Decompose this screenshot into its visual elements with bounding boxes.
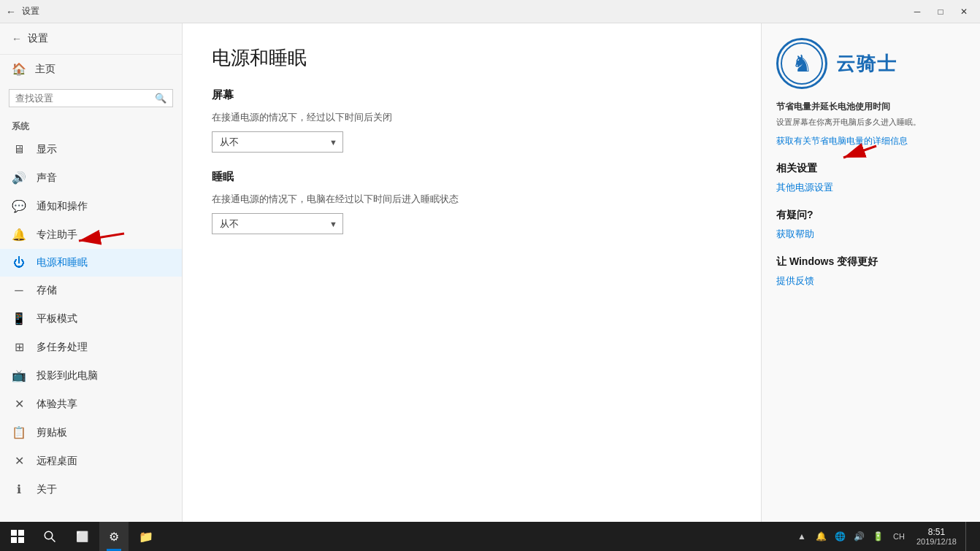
screen-dropdown[interactable]: 从不 1 分钟 2 分钟 5 分钟 10 分钟 15 分钟 20 分钟 25 分…: [212, 131, 343, 153]
content-area: 电源和睡眠 屏幕 在接通电源的情况下，经过以下时间后关闭 从不 1 分钟 2 分…: [183, 23, 761, 551]
search-icon[interactable]: 🔍: [155, 93, 166, 104]
logo-area: ♞ 云骑士: [776, 38, 965, 89]
sidebar-item-label: 电源和睡眠: [37, 256, 88, 269]
page-title: 电源和睡眠: [212, 45, 732, 71]
back-icon: ←: [12, 33, 22, 45]
sidebar-item-power[interactable]: ⏻ 电源和睡眠: [0, 249, 182, 277]
improve-title: 让 Windows 变得更好: [776, 255, 965, 269]
taskbar-clock[interactable]: 8:51 2019/12/18: [912, 522, 961, 551]
close-button[interactable]: ✕: [954, 4, 974, 20]
taskbar-right: ▲ 🔔 🌐 🔊 🔋 CH 8:51 2019/12/18: [794, 522, 977, 551]
sleep-section: 睡眠 在接通电源的情况下，电脑在经过以下时间后进入睡眠状态 从不 1 分钟 2 …: [212, 170, 732, 234]
cortana-taskbar-icon[interactable]: ⬜: [67, 522, 96, 551]
settings-taskbar-icon[interactable]: ⚙: [99, 522, 129, 551]
feedback-link[interactable]: 提供反馈: [776, 274, 965, 288]
search-taskbar-icon[interactable]: [35, 522, 64, 551]
sidebar-item-sound[interactable]: 🔊 声音: [0, 163, 182, 192]
sidebar-home-label: 主页: [35, 63, 55, 76]
sidebar-item-label: 体验共享: [37, 398, 77, 411]
screen-dropdown-wrap: 从不 1 分钟 2 分钟 5 分钟 10 分钟 15 分钟 20 分钟 25 分…: [212, 131, 343, 153]
svg-text:♞: ♞: [792, 50, 813, 77]
sidebar-item-clipboard[interactable]: 📋 剪贴板: [0, 418, 182, 447]
other-power-settings-link[interactable]: 其他电源设置: [776, 181, 965, 194]
tablet-icon: 📱: [12, 312, 26, 325]
sidebar-item-tablet[interactable]: 📱 平板模式: [0, 304, 182, 333]
sidebar-home-item[interactable]: 🏠 主页: [0, 55, 182, 83]
svg-rect-9: [18, 537, 24, 543]
share-icon: ✕: [12, 397, 26, 411]
power-icon: ⏻: [12, 256, 26, 269]
back-arrow-icon[interactable]: ←: [6, 6, 16, 18]
sidebar-item-notifications[interactable]: 💬 通知和操作: [0, 192, 182, 220]
title-bar-controls: ─ □ ✕: [907, 4, 974, 20]
sidebar-item-label: 平板模式: [37, 312, 77, 325]
search-input[interactable]: [15, 93, 155, 104]
sidebar-item-share[interactable]: ✕ 体验共享: [0, 390, 182, 418]
get-help-link[interactable]: 获取帮助: [776, 228, 965, 241]
storage-icon: ─: [12, 284, 26, 297]
sidebar-back-label: 设置: [28, 32, 48, 45]
detail-link[interactable]: 获取有关节省电脑电量的详细信息: [776, 136, 908, 146]
svg-rect-8: [11, 537, 17, 543]
sidebar-item-display[interactable]: 🖥 显示: [0, 136, 182, 163]
sidebar-section-label: 系统: [0, 113, 182, 136]
lang-indicator: CH: [890, 532, 908, 541]
window-title: 设置: [22, 5, 39, 18]
taskbar: ⬜ ⚙ 📁 ▲ 🔔 🌐 🔊 🔋 CH 8:51 2019/12/18: [0, 522, 980, 551]
sidebar-item-label: 关于: [37, 483, 57, 496]
search-box: 🔍: [9, 89, 173, 107]
minimize-button[interactable]: ─: [907, 4, 927, 20]
logo-desc: 设置屏幕在你离开电脑后多久进入睡眠。: [776, 116, 965, 129]
sidebar-item-focus[interactable]: 🔔 专注助手: [0, 220, 182, 249]
sidebar-item-label: 通知和操作: [37, 200, 88, 213]
main-layout: ← 设置 🏠 主页 🔍 系统 🖥 显示 🔊 声音 💬: [0, 23, 980, 551]
help-title: 有疑问?: [776, 209, 965, 222]
tray-notification-icon[interactable]: 🔔: [813, 525, 829, 547]
screen-section-desc: 在接通电源的情况下，经过以下时间后关闭: [212, 111, 732, 124]
show-desktop-button[interactable]: [965, 522, 971, 551]
tray-battery-icon[interactable]: 🔋: [870, 525, 886, 547]
sidebar-item-label: 声音: [37, 172, 57, 185]
tray-expand-icon[interactable]: ▲: [794, 525, 810, 547]
multitask-icon: ⊞: [12, 340, 26, 354]
sidebar-item-label: 投影到此电脑: [37, 369, 98, 382]
sidebar: ← 设置 🏠 主页 🔍 系统 🖥 显示 🔊 声音 💬: [0, 23, 183, 551]
sidebar-item-multitask[interactable]: ⊞ 多任务处理: [0, 333, 182, 361]
home-icon: 🏠: [12, 62, 26, 76]
logo-knight-icon: ♞: [780, 42, 824, 85]
maximize-button[interactable]: □: [930, 4, 951, 20]
windows-logo-icon: [11, 530, 24, 543]
remote-icon: ✕: [12, 454, 26, 468]
right-panel: ♞ 云骑士 节省电量并延长电池使用时间 设置屏幕在你离开电脑后多久进入睡眠。 获…: [761, 23, 980, 551]
svg-rect-7: [18, 530, 24, 536]
focus-icon: 🔔: [12, 228, 26, 242]
logo-text-area: 云骑士: [836, 51, 897, 77]
title-bar-left: ← 设置: [6, 5, 39, 18]
svg-point-10: [45, 531, 53, 539]
sidebar-item-project[interactable]: 📺 投影到此电脑: [0, 361, 182, 390]
sleep-section-title: 睡眠: [212, 170, 732, 184]
screen-section: 屏幕 在接通电源的情况下，经过以下时间后关闭 从不 1 分钟 2 分钟 5 分钟…: [212, 88, 732, 153]
display-icon: 🖥: [12, 143, 26, 156]
sound-icon: 🔊: [12, 171, 26, 185]
sidebar-item-label: 显示: [37, 143, 57, 156]
sidebar-item-storage[interactable]: ─ 存储: [0, 277, 182, 304]
related-settings-title: 相关设置: [776, 162, 965, 175]
about-icon: ℹ: [12, 482, 26, 496]
sidebar-item-about[interactable]: ℹ 关于: [0, 475, 182, 504]
sidebar-item-remote[interactable]: ✕ 远程桌面: [0, 447, 182, 475]
start-button[interactable]: [3, 522, 32, 551]
sidebar-back-button[interactable]: ← 设置: [0, 23, 182, 55]
sidebar-item-label: 专注助手: [37, 228, 77, 242]
tray-network-icon[interactable]: 🌐: [832, 525, 848, 547]
sleep-dropdown-wrap: 从不 1 分钟 2 分钟 5 分钟 10 分钟 15 分钟 20 分钟 25 分…: [212, 213, 343, 234]
settings-window: ← 设置 ─ □ ✕ ← 设置 🏠 主页 🔍 系统: [0, 0, 980, 551]
clipboard-icon: 📋: [12, 425, 26, 439]
tray-volume-icon[interactable]: 🔊: [851, 525, 867, 547]
sidebar-item-label: 剪贴板: [37, 426, 67, 439]
file-explorer-taskbar-icon[interactable]: 📁: [131, 522, 161, 551]
sleep-dropdown[interactable]: 从不 1 分钟 2 分钟 5 分钟 10 分钟 15 分钟 20 分钟 25 分…: [212, 213, 343, 234]
sidebar-item-label: 存储: [37, 284, 57, 297]
sleep-section-desc: 在接通电源的情况下，电脑在经过以下时间后进入睡眠状态: [212, 193, 732, 206]
clock-time: 8:51: [928, 527, 945, 537]
